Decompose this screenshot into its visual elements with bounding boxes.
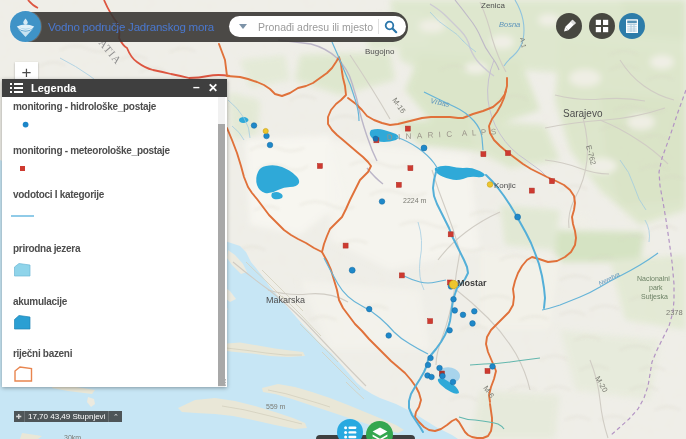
svg-text:Makarska: Makarska <box>266 295 305 305</box>
svg-text:Sarajevo: Sarajevo <box>563 108 603 119</box>
svg-text:Mostar: Mostar <box>457 278 487 288</box>
svg-text:Konjic: Konjic <box>494 181 516 190</box>
svg-text:Sutjeska: Sutjeska <box>641 293 668 301</box>
svg-text:Bosna: Bosna <box>499 20 520 29</box>
svg-text:2224 m: 2224 m <box>403 197 427 204</box>
svg-text:Nacionalni: Nacionalni <box>637 275 670 282</box>
svg-text:Zenica: Zenica <box>481 1 506 10</box>
svg-text:Bugojno: Bugojno <box>365 47 395 56</box>
svg-text:park: park <box>649 284 663 292</box>
svg-text:2378: 2378 <box>666 308 683 317</box>
svg-text:559 m: 559 m <box>266 403 286 410</box>
